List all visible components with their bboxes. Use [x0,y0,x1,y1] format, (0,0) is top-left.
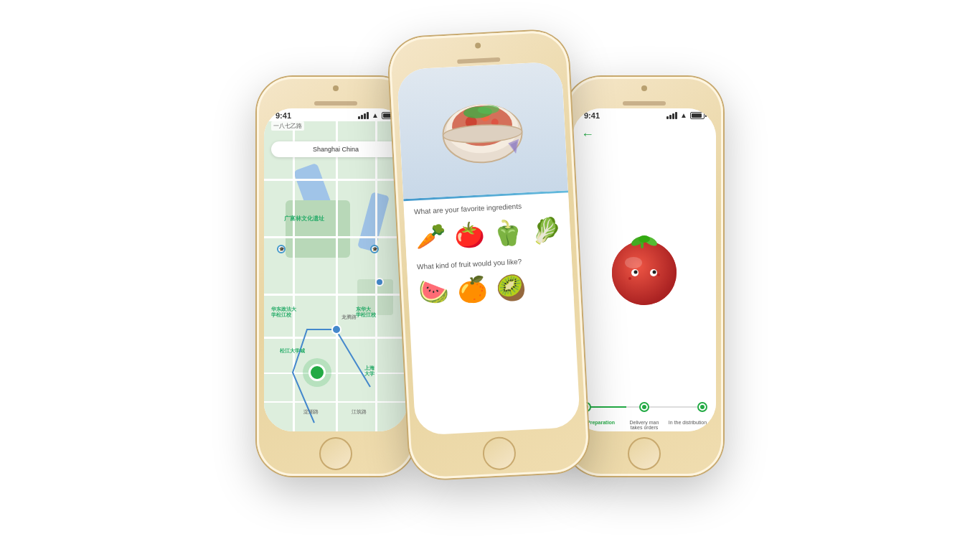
map-label-songjiang: 松江大学城 [280,347,305,355]
question-ingredients: What are your favorite ingredients [414,200,559,215]
progress-labels: Preparation Delivery mantakes orders In … [581,420,707,430]
battery-delivery [690,112,705,119]
carrot-icon: 🥕 [415,221,446,251]
phone-screen-map: 9:41 ▲ [264,108,407,431]
ingredients-content: What are your favorite ingredients 🥕 🍅 🫑… [403,190,574,307]
map-view[interactable]: 一八七乙路 广富林文化遗址 华东政法大学松江校 东华大学松江校 松江大学城 上海… [264,121,407,431]
delivery-hero [573,148,716,388]
svg-point-21 [634,271,638,274]
kiwi-icon: 🥝 [495,272,527,302]
map-icon-school2: 🎓 [370,245,379,253]
home-button-3[interactable] [628,437,661,470]
bowl-svg [430,77,535,182]
map-label-jiangzhu: 江筑路 [352,408,367,416]
map-pin-blue-2 [375,278,384,286]
camera-center [475,42,481,48]
speaker-right [623,101,666,106]
phone-delivery: 9:41 ▲ ← [565,77,723,476]
food-hero-image [397,61,568,199]
route-svg [264,121,407,431]
time-delivery: 9:41 [584,111,600,120]
map-label-dihu: 淀湖路 [303,408,319,416]
watermelon-icon: 🍉 [418,276,449,307]
svg-point-13 [612,240,677,305]
home-button-2[interactable] [482,436,517,470]
pepper-icon: 🫑 [492,217,524,247]
signal-delivery [666,112,677,119]
tomato-illustration [598,221,691,314]
delivery-screen: ← [573,121,716,431]
speaker [314,101,357,106]
map-pin-green-main [308,364,326,381]
map-label-longteng: 龙腾路 [341,314,357,321]
camera-left [333,85,339,91]
label-delivery-man: Delivery mantakes orders [625,420,664,430]
status-bar-delivery: 9:41 ▲ [573,108,716,121]
status-icons-map: ▲ [358,111,396,119]
status-bar-map: 9:41 ▲ [264,108,407,121]
map-label-shanghai: 上海大学 [364,365,374,378]
svg-point-14 [625,257,642,268]
speaker-center [457,57,500,63]
search-location-text: Shanghai China [313,146,359,153]
progress-dot-3 [697,402,707,412]
map-top-label: 一八七乙路 [271,121,304,131]
map-label-huadong: 华东政法大学松江校 [271,307,296,319]
phone-map: 9:41 ▲ [257,77,415,476]
svg-point-18 [639,235,650,243]
ingredients-section: What are your favorite ingredients 🥕 🍅 🫑… [404,200,574,307]
question-fruit: What kind of fruit would you like? [417,255,562,271]
time-map: 9:41 [275,111,291,120]
phone-screen-ingredients: What are your favorite ingredients 🥕 🍅 🫑… [397,61,580,435]
svg-point-24 [657,273,660,276]
back-button[interactable]: ← [581,127,594,142]
map-search-bar[interactable]: Shanghai China [271,141,400,157]
status-icons-delivery: ▲ [666,111,705,119]
map-icon-school1: 🎓 [277,245,286,253]
ingredients-row: 🥕 🍅 🫑 🥬 [415,215,561,251]
svg-point-23 [628,277,631,280]
progress-track [581,400,707,414]
map-label-guangfulin: 广富林文化遗址 [284,215,324,223]
wifi-icon: ▲ [372,111,379,119]
svg-point-22 [653,271,656,274]
label-distribution: In the distribution [668,420,707,430]
delivery-nav: ← [573,121,716,148]
progress-dot-2 [639,402,649,412]
phone-ingredients: What are your favorite ingredients 🥕 🍅 🫑… [387,29,590,480]
svg-line-0 [336,329,370,387]
map-label-donghua: 东华大学松江校 [356,307,376,319]
orange-icon: 🍊 [456,274,488,304]
map-pin-blue-1 [331,324,341,335]
tomato-icon: 🍅 [453,219,485,249]
home-button-1[interactable] [319,437,352,470]
fruits-row: 🍉 🍊 🥝 [418,270,564,307]
phone-screen-delivery: 9:41 ▲ ← [573,108,716,431]
progress-dots [581,402,707,412]
lettuce-icon: 🥬 [531,215,562,245]
wifi-delivery: ▲ [680,111,687,119]
delivery-progress: Preparation Delivery mantakes orders In … [573,388,716,431]
camera-right [641,85,647,91]
signal-icon [358,112,369,119]
